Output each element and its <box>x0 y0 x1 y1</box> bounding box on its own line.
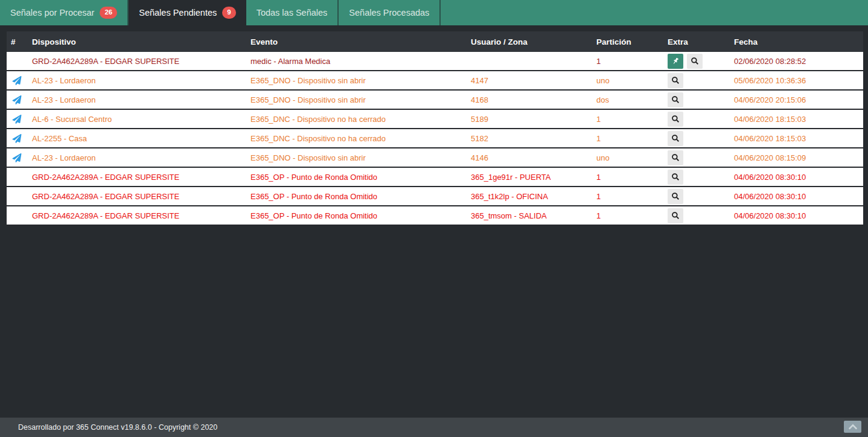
cell-num <box>7 115 27 124</box>
paper-plane-icon <box>12 76 22 85</box>
search-detail-button[interactable] <box>668 170 683 185</box>
cell-fecha: 04/06/2020 08:30:10 <box>727 192 863 201</box>
table-row[interactable]: GRD-2A462A289A - EDGAR SUPERSITEmedic - … <box>7 52 863 71</box>
footer-credits: Desarrollado por 365 Connect v19.8.6.0 -… <box>0 423 217 432</box>
search-icon <box>671 211 680 220</box>
cell-evento: E365_DNC - Dispositivo no ha cerrado <box>246 134 465 143</box>
tab-label: Señales por Procesar <box>10 8 94 18</box>
signals-table: # Dispositivo Evento Usuario / Zona Part… <box>7 31 863 226</box>
cell-fecha: 05/06/2020 10:36:36 <box>727 76 863 85</box>
table-row[interactable]: AL-23 - LordaeronE365_DNO - Dispositivo … <box>7 148 863 168</box>
count-badge: 9 <box>222 7 235 19</box>
cell-particion: dos <box>592 95 659 104</box>
table-row[interactable]: AL-23 - LordaeronE365_DNO - Dispositivo … <box>7 91 863 110</box>
search-detail-button[interactable] <box>668 112 683 127</box>
cell-dispositivo: GRD-2A462A289A - EDGAR SUPERSITE <box>27 211 246 220</box>
cell-extra <box>659 54 727 69</box>
cell-extra <box>659 189 727 204</box>
cell-particion: uno <box>592 153 659 162</box>
search-icon <box>671 95 680 104</box>
cell-usuario-zona: 5189 <box>465 115 592 124</box>
tab-senales-procesadas[interactable]: Señales Procesadas <box>339 0 441 25</box>
search-detail-button[interactable] <box>668 131 683 146</box>
count-badge: 26 <box>100 7 117 19</box>
cell-extra <box>659 73 727 88</box>
cell-particion: 1 <box>592 57 659 66</box>
table-row[interactable]: AL-6 - Sucursal CentroE365_DNC - Disposi… <box>7 110 863 129</box>
search-detail-button[interactable] <box>668 73 683 88</box>
pushpin-icon <box>672 57 680 65</box>
search-detail-button[interactable] <box>668 150 683 165</box>
cell-dispositivo: AL-6 - Sucursal Centro <box>27 115 246 124</box>
cell-evento: E365_OP - Punto de Ronda Omitido <box>246 211 465 220</box>
cell-fecha: 04/06/2020 18:15:03 <box>727 134 863 143</box>
search-detail-button[interactable] <box>668 208 683 223</box>
col-header-dispositivo: Dispositivo <box>27 37 246 46</box>
cell-dispositivo: GRD-2A462A289A - EDGAR SUPERSITE <box>27 192 246 201</box>
cell-fecha: 02/06/2020 08:28:52 <box>727 57 863 66</box>
table-header-row: # Dispositivo Evento Usuario / Zona Part… <box>7 31 863 52</box>
cell-particion: 1 <box>592 192 659 201</box>
cell-extra <box>659 112 727 127</box>
col-header-evento: Evento <box>246 37 465 46</box>
col-header-fecha: Fecha <box>727 37 863 46</box>
table-row[interactable]: AL-23 - LordaeronE365_DNO - Dispositivo … <box>7 71 863 91</box>
paper-plane-icon <box>12 95 22 104</box>
col-header-particion: Partición <box>592 37 659 46</box>
search-detail-button[interactable] <box>668 189 683 204</box>
signal-table-body: GRD-2A462A289A - EDGAR SUPERSITEmedic - … <box>7 52 863 226</box>
cell-evento: E365_DNC - Dispositivo no ha cerrado <box>246 115 465 124</box>
paper-plane-icon <box>12 153 22 162</box>
tab-label: Todas las Señales <box>257 8 328 18</box>
signal-tabbar: Señales por Procesar 26 Señales Pendient… <box>0 0 868 25</box>
paper-plane-icon <box>12 115 22 124</box>
col-header-usuario-zona: Usuario / Zona <box>465 37 592 46</box>
search-icon <box>671 153 680 162</box>
cell-usuario-zona: 4147 <box>465 76 592 85</box>
search-icon <box>671 192 680 200</box>
chevron-up-icon <box>847 423 858 431</box>
cell-fecha: 04/06/2020 08:30:10 <box>727 173 863 182</box>
tab-senales-por-procesar[interactable]: Señales por Procesar 26 <box>0 0 129 25</box>
footer-bar: Desarrollado por 365 Connect v19.8.6.0 -… <box>0 417 868 437</box>
cell-particion: uno <box>592 76 659 85</box>
table-row[interactable]: AL-2255 - CasaE365_DNC - Dispositivo no … <box>7 129 863 148</box>
cell-extra <box>659 92 727 107</box>
cell-dispositivo: AL-2255 - Casa <box>27 134 246 143</box>
cell-usuario-zona: 365_t1k2lp - OFICINA <box>465 192 592 201</box>
cell-evento: E365_DNO - Dispositivo sin abrir <box>246 95 465 104</box>
cell-particion: 1 <box>592 173 659 182</box>
cell-usuario-zona: 5182 <box>465 134 592 143</box>
table-row[interactable]: GRD-2A462A289A - EDGAR SUPERSITEE365_OP … <box>7 187 863 206</box>
tab-label: Señales Procesadas <box>349 8 429 18</box>
cell-extra <box>659 208 727 223</box>
cell-evento: E365_OP - Punto de Ronda Omitido <box>246 173 465 182</box>
cell-fecha: 04/06/2020 08:15:09 <box>727 153 863 162</box>
cell-extra <box>659 170 727 185</box>
cell-usuario-zona: 365_1ge91r - PUERTA <box>465 173 592 182</box>
scroll-to-top-button[interactable] <box>844 421 861 433</box>
tab-senales-pendientes[interactable]: Señales Pendientes 9 <box>129 0 246 25</box>
cell-fecha: 04/06/2020 20:15:06 <box>727 95 863 104</box>
table-row[interactable]: GRD-2A462A289A - EDGAR SUPERSITEE365_OP … <box>7 206 863 226</box>
cell-usuario-zona: 4146 <box>465 153 592 162</box>
cell-evento: E365_OP - Punto de Ronda Omitido <box>246 192 465 201</box>
search-detail-button[interactable] <box>668 92 683 107</box>
tab-todas-las-senales[interactable]: Todas las Señales <box>246 0 339 25</box>
col-header-num: # <box>7 37 27 46</box>
cell-fecha: 04/06/2020 18:15:03 <box>727 115 863 124</box>
cell-dispositivo: AL-23 - Lordaeron <box>27 76 246 85</box>
cell-dispositivo: GRD-2A462A289A - EDGAR SUPERSITE <box>27 57 246 66</box>
cell-evento: E365_DNO - Dispositivo sin abrir <box>246 153 465 162</box>
search-detail-button[interactable] <box>687 54 703 69</box>
table-row[interactable]: GRD-2A462A289A - EDGAR SUPERSITEE365_OP … <box>7 168 863 187</box>
cell-fecha: 04/06/2020 08:30:10 <box>727 211 863 220</box>
search-icon <box>691 57 699 65</box>
cell-usuario-zona: 4168 <box>465 95 592 104</box>
cell-num <box>7 76 27 85</box>
cell-particion: 1 <box>592 115 659 124</box>
search-icon <box>671 173 680 181</box>
cell-usuario-zona: 365_tmsom - SALIDA <box>465 211 592 220</box>
pin-button[interactable] <box>668 54 683 69</box>
cell-particion: 1 <box>592 211 659 220</box>
